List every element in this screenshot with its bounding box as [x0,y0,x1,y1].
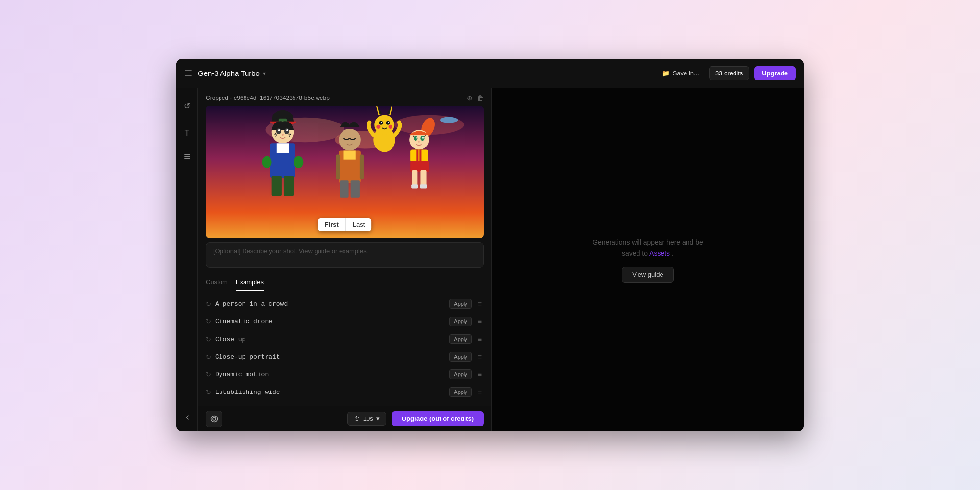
example-label: Close-up portrait [215,353,445,361]
bottom-toolbar: ⏱ 10s ▾ Upgrade (out of credits) [198,406,491,431]
example-loop-icon: ↻ [206,389,211,396]
app-title[interactable]: Gen-3 Alpha Turbo ▾ [198,69,266,77]
header-right: 📁 Save in... 33 credits Upgrade [657,66,796,80]
more-options-button[interactable]: ≡ [476,353,484,361]
svg-rect-1 [184,156,190,157]
svg-rect-50 [419,149,421,162]
svg-point-24 [284,128,289,134]
more-options-button[interactable]: ≡ [476,388,484,396]
svg-point-57 [211,416,218,422]
svg-point-47 [418,141,420,143]
refresh-icon[interactable]: ↺ [179,98,195,114]
upgrade-button[interactable]: Upgrade [754,66,796,80]
tab-custom[interactable]: Custom [206,275,228,291]
collapse-icon[interactable] [179,410,195,425]
last-button[interactable]: Last [345,218,372,231]
right-panel: Generations will appear here and be save… [492,88,804,431]
image-container: First Last [206,106,484,238]
svg-point-23 [276,128,281,134]
svg-point-9 [374,115,394,135]
apply-button[interactable]: Apply [449,317,472,326]
example-loop-icon: ↻ [206,336,211,343]
header: ☰ Gen-3 Alpha Turbo ▾ 📁 Save in... 33 cr… [176,59,804,88]
apply-button[interactable]: Apply [449,387,472,397]
save-label: Save in... [673,70,699,77]
nav-buttons: First Last [318,218,372,231]
list-item: ↻ Dynamic motion Apply ≡ [198,366,491,383]
first-button[interactable]: First [318,218,345,231]
text-tool-icon[interactable]: T [179,125,195,141]
more-options-button[interactable]: ≡ [476,318,484,325]
example-label: Close up [215,336,445,343]
example-label: Dynamic motion [215,371,445,378]
main-area: ↺ T Cropped - e968e4d_16177034 [176,88,804,431]
generate-button[interactable]: Upgrade (out of credits) [392,411,484,426]
tab-examples[interactable]: Examples [236,275,264,291]
svg-rect-29 [277,143,289,153]
duration-dropdown-icon: ▾ [376,415,380,422]
example-loop-icon: ↻ [206,300,211,308]
apply-button[interactable]: Apply [449,334,472,344]
svg-point-17 [388,122,389,123]
apply-button[interactable]: Apply [449,369,472,379]
svg-rect-37 [336,155,340,180]
more-options-button[interactable]: ≡ [476,370,484,378]
apply-button[interactable]: Apply [449,299,472,309]
empty-line1: Generations will appear here and be [592,237,703,247]
svg-rect-48 [410,149,428,162]
svg-rect-49 [416,149,418,162]
svg-rect-54 [411,184,418,188]
svg-rect-33 [284,176,294,196]
apply-button[interactable]: Apply [449,352,472,362]
layers-icon[interactable] [179,149,195,165]
svg-point-56 [213,417,216,420]
menu-icon[interactable]: ☰ [184,68,192,79]
svg-point-30 [262,156,271,168]
credits-badge: 33 credits [709,66,749,80]
list-item: ↻ Establishing wide Apply ≡ [198,383,491,401]
left-panel: Cropped - e968e4d_1617703423578-b5e.webp… [198,88,492,431]
list-item: ↻ Cinematic drone Apply ≡ [198,313,491,330]
svg-rect-2 [184,158,190,159]
app-window: ☰ Gen-3 Alpha Turbo ▾ 📁 Save in... 33 cr… [176,59,804,431]
save-button[interactable]: 📁 Save in... [657,67,704,80]
save-folder-icon: 📁 [662,70,670,77]
copy-image-button[interactable]: ⊕ [467,94,473,102]
example-label: Establishing wide [215,389,445,396]
image-filename: Cropped - e968e4d_1617703423578-b5e.webp [206,95,330,101]
svg-rect-39 [340,180,348,197]
tabs-section: Custom Examples [198,273,491,291]
assets-link[interactable]: Assets [649,249,670,257]
list-item: ↻ A person in a crowd Apply ≡ [198,295,491,313]
more-options-button[interactable]: ≡ [476,300,484,308]
tool-button[interactable] [206,411,222,427]
svg-point-34 [339,129,361,151]
image-actions: ⊕ 🗑 [467,94,484,102]
example-loop-icon: ↻ [206,318,211,325]
svg-point-46 [422,137,424,139]
title-dropdown-icon[interactable]: ▾ [263,70,266,77]
empty-line2: saved to Assets . [592,248,703,259]
prompt-input[interactable] [206,242,484,268]
svg-point-19 [389,125,392,129]
svg-rect-40 [351,180,360,197]
svg-point-25 [278,129,280,131]
more-options-button[interactable]: ≡ [476,335,484,343]
prompt-section [198,242,491,273]
svg-point-31 [294,156,303,168]
left-sidebar: ↺ T [176,88,198,431]
svg-rect-55 [420,184,427,188]
view-guide-button[interactable]: View guide [622,267,673,283]
examples-list: ↻ A person in a crowd Apply ≡ ↻ Cinemati… [198,291,491,406]
svg-rect-32 [272,176,282,196]
duration-button[interactable]: ⏱ 10s ▾ [347,412,386,426]
delete-image-button[interactable]: 🗑 [477,94,484,102]
svg-rect-0 [184,154,190,155]
header-left: ☰ Gen-3 Alpha Turbo ▾ [184,68,266,79]
svg-point-7 [440,117,458,123]
svg-point-45 [416,137,417,139]
image-header: Cropped - e968e4d_1617703423578-b5e.webp… [206,94,484,102]
example-loop-icon: ↻ [206,371,211,378]
image-section: Cropped - e968e4d_1617703423578-b5e.webp… [198,88,491,242]
svg-point-16 [381,122,382,123]
